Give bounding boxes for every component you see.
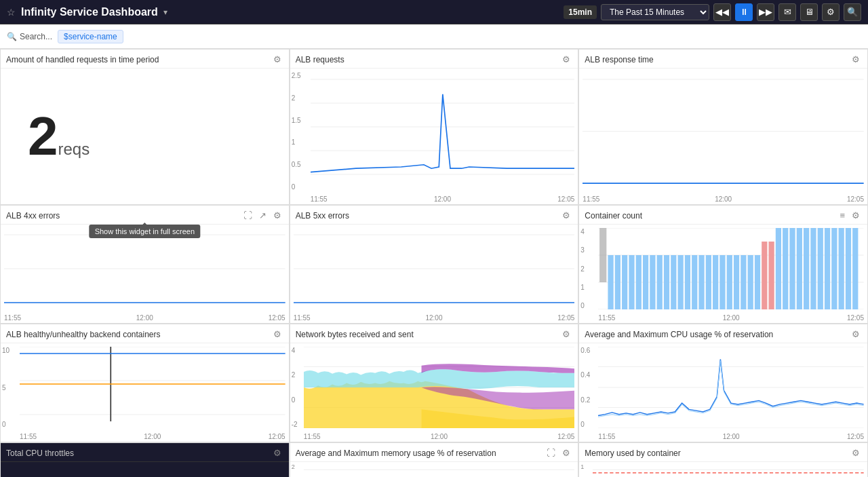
widget-container-count: Container count ≡ ⚙ bbox=[578, 205, 868, 324]
widget-header-10: Total CPU throttles ⚙ bbox=[1, 443, 289, 462]
svg-rect-41 bbox=[762, 242, 768, 309]
widget-title-5: ALB 5xx errors bbox=[296, 211, 349, 221]
widget-controls-2: ⚙ bbox=[560, 54, 572, 65]
widget-title-6: Container count bbox=[585, 211, 642, 221]
prev-button[interactable]: ◀◀ bbox=[713, 3, 731, 21]
widget-body-1: 2reqs bbox=[1, 69, 289, 204]
gear-icon-2[interactable]: ⚙ bbox=[560, 54, 572, 65]
list-icon-6[interactable]: ≡ bbox=[837, 210, 847, 221]
widget-body-12: 10.75 bbox=[579, 462, 867, 477]
widget-controls-10: ⚙ bbox=[271, 447, 283, 459]
gear-icon-4[interactable]: ⚙ bbox=[271, 210, 283, 221]
gear-icon-10[interactable]: ⚙ bbox=[271, 447, 283, 459]
search-label: Search... bbox=[20, 32, 52, 41]
svg-rect-39 bbox=[748, 255, 753, 309]
widget-controls-9: ⚙ bbox=[850, 328, 862, 340]
widget-controls-11: ⛶ ⚙ bbox=[545, 447, 572, 459]
widget-body-8: 420-2 11:5512:0012:05 bbox=[290, 343, 578, 442]
top-bar: ☆ Infinity Service Dashboard ▾ 15min The… bbox=[0, 0, 868, 24]
gear-icon-12[interactable]: ⚙ bbox=[850, 447, 862, 459]
time-badge: 15min bbox=[564, 5, 597, 19]
widget-body-4: 11:5512:0012:05 bbox=[1, 225, 289, 323]
chevron-down-icon[interactable]: ▾ bbox=[163, 7, 167, 17]
svg-rect-47 bbox=[804, 228, 809, 309]
svg-rect-28 bbox=[671, 255, 677, 309]
svg-rect-51 bbox=[832, 228, 837, 309]
svg-rect-24 bbox=[643, 255, 648, 309]
widget-alb-requests: ALB requests ⚙ 2.521.510.5 bbox=[290, 49, 579, 205]
svg-rect-46 bbox=[797, 228, 802, 309]
search-button[interactable]: 🔍 bbox=[844, 3, 861, 21]
gear-icon-7[interactable]: ⚙ bbox=[271, 328, 283, 340]
widget-header-9: Average and Maximum CPU usage % of reser… bbox=[579, 324, 867, 343]
gear-icon-5[interactable]: ⚙ bbox=[560, 210, 572, 221]
svg-rect-49 bbox=[818, 228, 823, 309]
fullscreen-icon-11[interactable]: ⛶ bbox=[545, 447, 557, 459]
search-area[interactable]: 🔍 Search... bbox=[7, 32, 52, 41]
widget-body-2: 2.521.510.50 11:5512:0012:05 bbox=[290, 69, 578, 204]
svg-rect-21 bbox=[622, 255, 627, 309]
settings-button[interactable]: ⚙ bbox=[822, 3, 840, 21]
filter-bar: 🔍 Search... $service-name bbox=[0, 24, 868, 49]
widget-controls-6: ≡ ⚙ bbox=[837, 210, 862, 221]
svg-rect-27 bbox=[664, 255, 669, 309]
top-bar-left: ☆ Infinity Service Dashboard ▾ bbox=[7, 6, 167, 18]
widget-memory-container: Memory used by container ⚙ 10.75 bbox=[578, 442, 868, 477]
widget-memory-usage: Average and Maximum memory usage % of re… bbox=[290, 442, 579, 477]
svg-rect-32 bbox=[699, 255, 705, 309]
gear-icon-9[interactable]: ⚙ bbox=[850, 328, 862, 340]
widget-controls-8: ⚙ bbox=[560, 328, 572, 340]
svg-rect-52 bbox=[839, 228, 844, 309]
widget-title-2: ALB requests bbox=[296, 55, 344, 64]
gear-icon-1[interactable]: ⚙ bbox=[271, 54, 283, 65]
widget-body-7: 1050 11:5512:0012:05 bbox=[1, 343, 289, 442]
widget-body-3: 11:5512:0012:05 bbox=[579, 69, 867, 204]
mail-button[interactable]: ✉ bbox=[778, 3, 796, 21]
gear-icon-3[interactable]: ⚙ bbox=[850, 54, 862, 65]
fullscreen-icon-4[interactable]: ⛶ bbox=[241, 210, 254, 221]
gear-icon-6[interactable]: ⚙ bbox=[850, 210, 862, 221]
widget-header-7: ALB healthy/unhealthy backend containers… bbox=[1, 324, 289, 343]
dashboard-title: Infinity Service Dashboard bbox=[21, 6, 158, 18]
gear-icon-11[interactable]: ⚙ bbox=[560, 447, 572, 459]
star-icon[interactable]: ☆ bbox=[7, 7, 16, 18]
widget-cpu-usage: Average and Maximum CPU usage % of reser… bbox=[578, 324, 868, 442]
svg-rect-18 bbox=[599, 228, 606, 282]
widget-title-7: ALB healthy/unhealthy backend containers bbox=[6, 330, 161, 339]
widget-title-12: Memory used by container bbox=[585, 449, 680, 458]
widget-controls-7: ⚙ bbox=[271, 328, 283, 340]
svg-rect-45 bbox=[790, 228, 795, 309]
svg-rect-22 bbox=[629, 255, 635, 309]
share-icon-4[interactable]: ↗ bbox=[257, 210, 269, 221]
svg-rect-29 bbox=[678, 255, 684, 309]
svg-rect-54 bbox=[852, 228, 858, 309]
svg-rect-42 bbox=[769, 242, 774, 309]
widget-cpu-throttles: Total CPU throttles ⚙ bbox=[0, 442, 290, 477]
widget-controls-1: ⚙ bbox=[271, 54, 283, 65]
widget-header-11: Average and Maximum memory usage % of re… bbox=[290, 443, 578, 462]
widget-header-12: Memory used by container ⚙ bbox=[579, 443, 867, 462]
widget-alb-healthy: ALB healthy/unhealthy backend containers… bbox=[0, 324, 290, 442]
widget-body-5: 11:5512:0012:05 bbox=[290, 225, 578, 323]
monitor-button[interactable]: 🖥 bbox=[800, 3, 818, 21]
svg-rect-40 bbox=[755, 255, 760, 309]
widget-alb-response: ALB response time ⚙ 11:5512:0012:05 bbox=[578, 49, 868, 205]
widget-body-6: 43210 11:5512:0012:05 bbox=[579, 225, 867, 323]
stat-value: 2reqs bbox=[14, 102, 103, 170]
top-bar-right: 15min The Past 15 Minutes ◀◀ ⏸ ▶▶ ✉ 🖥 ⚙ … bbox=[564, 3, 861, 21]
svg-rect-37 bbox=[734, 255, 739, 309]
widget-header-5: ALB 5xx errors ⚙ bbox=[290, 206, 578, 225]
widget-controls-3: ⚙ bbox=[850, 54, 862, 65]
widget-header-3: ALB response time ⚙ bbox=[579, 50, 867, 69]
widget-title-10: Total CPU throttles bbox=[6, 449, 74, 458]
widget-title-4: ALB 4xx errors bbox=[6, 211, 60, 221]
gear-icon-8[interactable]: ⚙ bbox=[560, 328, 572, 340]
svg-rect-43 bbox=[776, 228, 781, 309]
time-range-select[interactable]: The Past 15 Minutes bbox=[601, 4, 709, 20]
filter-tag[interactable]: $service-name bbox=[58, 30, 123, 43]
widget-title-11: Average and Maximum memory usage % of re… bbox=[296, 449, 496, 458]
next-button[interactable]: ▶▶ bbox=[757, 3, 774, 21]
widget-body-9: 0.60.40.20 11:5512:0012:05 bbox=[579, 343, 867, 442]
widget-network-bytes: Network bytes received and sent ⚙ bbox=[290, 324, 579, 442]
pause-button[interactable]: ⏸ bbox=[735, 3, 753, 21]
